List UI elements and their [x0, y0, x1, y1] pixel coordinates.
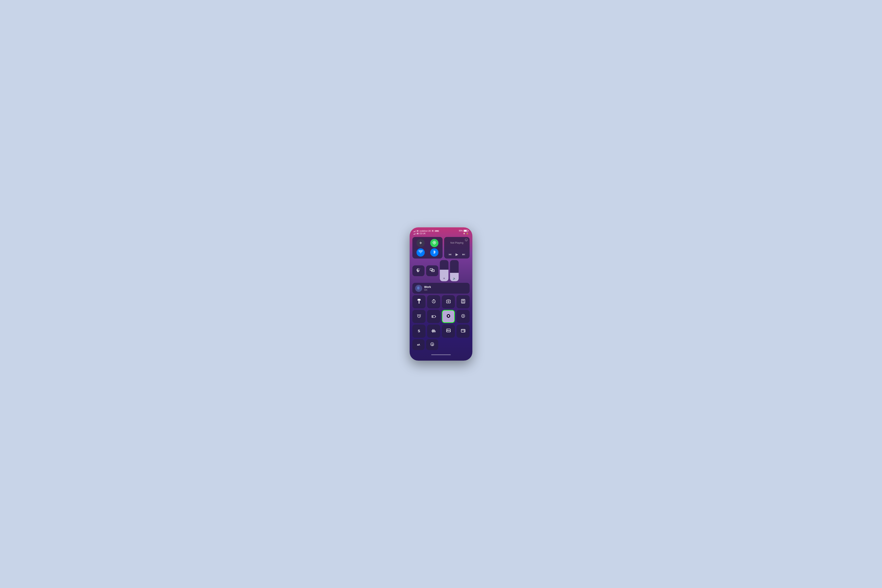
text-size-icon: aA — [417, 343, 420, 346]
bluetooth-button[interactable] — [430, 248, 438, 256]
alarm-icon — [417, 314, 421, 319]
row-tools-1 — [412, 295, 470, 308]
svg-rect-9 — [432, 270, 434, 272]
wallet-button[interactable] — [456, 325, 470, 338]
svg-rect-45 — [464, 331, 465, 332]
dark-mode-button[interactable] — [442, 310, 455, 323]
play-button[interactable]: ▶ — [456, 252, 458, 256]
control-center: ✈ — [410, 236, 472, 353]
sound-analysis-button[interactable] — [427, 325, 440, 338]
focus-mode-button[interactable]: Work On — [412, 283, 470, 294]
vpn-badge: VPN — [435, 230, 439, 232]
alarm-status-icon: ⏰ — [463, 232, 465, 234]
fast-forward-button[interactable]: ⏭ — [462, 253, 465, 256]
flashlight-button[interactable] — [412, 295, 426, 308]
b-badge: B — [417, 232, 419, 234]
svg-rect-28 — [432, 315, 433, 317]
svg-point-20 — [463, 301, 464, 302]
volume-slider[interactable]: 🔉 — [450, 260, 459, 281]
svg-point-11 — [418, 287, 418, 288]
signal-bars-2 — [414, 232, 416, 235]
svg-point-32 — [462, 315, 464, 316]
status-bar: P vodafone UK ⌘ VPN B O2-UK 90% — [410, 227, 472, 236]
svg-point-16 — [448, 301, 449, 302]
battery-percent: 90% — [459, 230, 463, 232]
alarm-button[interactable] — [412, 310, 426, 323]
row-tools-3: S — [412, 325, 470, 338]
camera-icon — [446, 299, 451, 304]
sound-recognition-icon — [430, 342, 434, 347]
wifi-button[interactable] — [417, 248, 425, 256]
airplane-mode-button[interactable]: ✈ — [417, 239, 425, 247]
svg-point-7 — [418, 270, 418, 271]
volume-icon: 🔉 — [453, 277, 456, 280]
rewind-button[interactable]: ⏮ — [448, 253, 452, 256]
status-left: P vodafone UK ⌘ VPN B O2-UK — [414, 230, 439, 235]
text-size-button[interactable]: aA — [412, 339, 424, 350]
lock-status-icon: 🔒 — [466, 232, 468, 234]
connectivity-panel[interactable]: ✈ — [412, 237, 442, 258]
brightness-slider[interactable]: ☀ — [440, 260, 448, 281]
home-indicator — [410, 353, 472, 357]
svg-point-1 — [434, 242, 435, 243]
focus-icon — [415, 285, 422, 292]
photos-icon — [446, 329, 451, 334]
svg-point-24 — [464, 302, 464, 303]
screen-mirror-icon — [430, 268, 435, 273]
photos-button[interactable] — [442, 325, 455, 338]
svg-marker-13 — [417, 299, 421, 304]
carrier2: O2-UK — [420, 232, 426, 235]
lock-rotation-button[interactable] — [412, 266, 424, 276]
sound-recognition-button[interactable] — [426, 339, 438, 350]
row-tools-2 — [412, 310, 470, 323]
status-right: 90% ⏰ 🔒 — [459, 230, 468, 234]
playback-controls: ⏮ ▶ ⏭ — [447, 252, 467, 256]
svg-point-23 — [463, 302, 464, 303]
now-playing-panel[interactable]: Not Playing ⏮ ▶ ⏭ — [444, 237, 470, 258]
shazam-button[interactable]: S — [412, 325, 426, 338]
sound-analysis-icon — [431, 329, 436, 334]
battery-status-icon — [432, 314, 436, 319]
svg-rect-18 — [462, 300, 464, 301]
brightness-icon: ☀ — [443, 277, 445, 280]
focus-text: Work On — [424, 285, 431, 291]
phone-frame: P vodafone UK ⌘ VPN B O2-UK 90% — [410, 227, 472, 361]
svg-point-43 — [447, 330, 448, 330]
battery-status-button[interactable] — [427, 310, 440, 323]
cellular-icon — [432, 240, 436, 246]
volume-fill: 🔉 — [450, 273, 459, 281]
dark-mode-icon — [446, 314, 451, 319]
timer-button[interactable] — [427, 295, 440, 308]
not-playing-label: Not Playing — [447, 241, 467, 244]
cellular-button[interactable] — [430, 239, 438, 247]
svg-point-21 — [464, 301, 464, 302]
row-connectivity-media: ✈ — [412, 237, 470, 258]
airplane-icon: ✈ — [419, 241, 422, 245]
signal-bars-1 — [414, 230, 416, 232]
pointfive-button[interactable] — [456, 310, 470, 323]
focus-title: Work — [424, 285, 431, 288]
airplay-icon — [465, 238, 468, 242]
p-badge: P — [417, 230, 418, 232]
timer-icon — [432, 299, 436, 304]
wifi-btn-icon — [418, 250, 423, 255]
pointfive-icon — [461, 314, 465, 319]
camera-button[interactable] — [442, 295, 455, 308]
screen-mirror-button[interactable] — [426, 266, 438, 276]
bluetooth-icon — [433, 250, 436, 255]
svg-point-22 — [462, 302, 462, 303]
svg-rect-27 — [435, 316, 436, 317]
lock-rotation-icon — [416, 268, 421, 273]
svg-point-19 — [462, 301, 462, 302]
battery-icon — [464, 230, 468, 232]
brightness-fill: ☀ — [440, 270, 448, 281]
focus-subtitle: On — [424, 288, 431, 291]
home-bar — [431, 354, 451, 355]
calculator-icon — [461, 299, 465, 304]
svg-point-40 — [435, 332, 435, 332]
carrier1: vodafone UK — [420, 230, 431, 232]
row-focus: Work On — [412, 283, 470, 294]
row-tools-4: aA — [412, 339, 470, 350]
calculator-button[interactable] — [456, 295, 470, 308]
wallet-icon — [461, 329, 465, 334]
